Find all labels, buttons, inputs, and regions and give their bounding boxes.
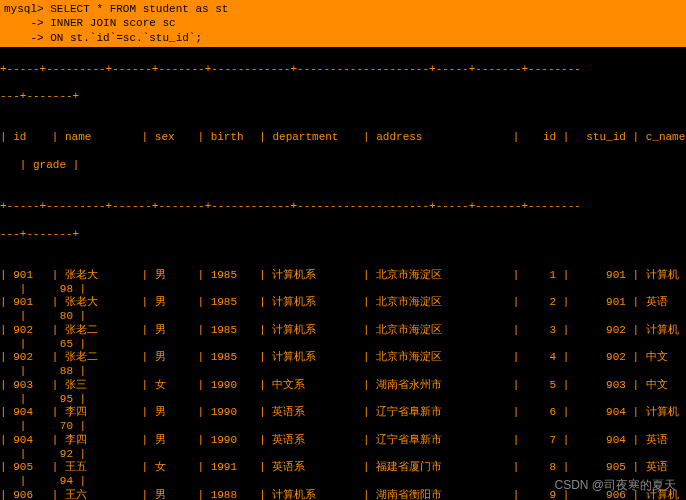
sql-query-block: mysql> SELECT * FROM student as st -> IN…: [0, 0, 686, 47]
hdr-cname: c_name: [646, 131, 686, 145]
hdr-sex: sex: [155, 131, 191, 145]
table-row-grade: | 95 |: [0, 393, 686, 407]
table-row: | 901 | 张老大 | 男 | 1985 | 计算机系 | 北京市海淀区 |…: [0, 296, 686, 310]
watermark: CSDN @司夜寒的夏天: [554, 477, 676, 494]
q3: ON st.`id`=sc.`stu_id`;: [50, 32, 202, 44]
hdr-birth: birth: [211, 131, 253, 145]
header-row: | id | name | sex | birth | department |…: [0, 131, 686, 145]
table-row: | 902 | 张老二 | 男 | 1985 | 计算机系 | 北京市海淀区 |…: [0, 351, 686, 365]
hdr-grade: grade: [33, 159, 66, 171]
hdr-id: id: [13, 131, 45, 145]
table-row-grade: | 65 |: [0, 338, 686, 352]
q2: INNER JOIN score sc: [50, 17, 175, 29]
hdr-id2: id: [526, 131, 556, 145]
table-row: | 904 | 李四 | 男 | 1990 | 英语系 | 辽宁省阜新市 | 6…: [0, 406, 686, 420]
table-row-grade: | 80 |: [0, 310, 686, 324]
table-row: | 901 | 张老大 | 男 | 1985 | 计算机系 | 北京市海淀区 |…: [0, 269, 686, 283]
table-row: | 905 | 王五 | 女 | 1991 | 英语系 | 福建省厦门市 | 8…: [0, 461, 686, 475]
separator-top: +-----+---------+------+-------+--------…: [0, 63, 686, 77]
query-output: +-----+---------+------+-------+--------…: [0, 47, 686, 500]
hdr-addr: address: [376, 131, 506, 145]
cont2: ->: [4, 32, 44, 44]
separator-mid-2: ---+-------+: [0, 228, 686, 242]
separator-mid: +-----+---------+------+-------+--------…: [0, 200, 686, 214]
prompt: mysql>: [4, 3, 44, 15]
table-row-grade: | 70 |: [0, 420, 686, 434]
table-row: | 902 | 张老二 | 男 | 1985 | 计算机系 | 北京市海淀区 |…: [0, 324, 686, 338]
table-row-grade: | 98 |: [0, 283, 686, 297]
hdr-name: name: [65, 131, 135, 145]
header-row-2: | grade |: [0, 159, 686, 173]
hdr-stuid: stu_id: [576, 131, 626, 145]
table-row-grade: | 92 |: [0, 448, 686, 462]
rows-container: | 901 | 张老大 | 男 | 1985 | 计算机系 | 北京市海淀区 |…: [0, 269, 686, 500]
separator-top-2: ---+-------+: [0, 90, 686, 104]
table-row: | 903 | 张三 | 女 | 1990 | 中文系 | 湖南省永州市 | 5…: [0, 379, 686, 393]
hdr-dept: department: [272, 131, 356, 145]
cont1: ->: [4, 17, 44, 29]
table-row-grade: | 88 |: [0, 365, 686, 379]
table-row: | 904 | 李四 | 男 | 1990 | 英语系 | 辽宁省阜新市 | 7…: [0, 434, 686, 448]
q1: SELECT * FROM student as st: [50, 3, 228, 15]
